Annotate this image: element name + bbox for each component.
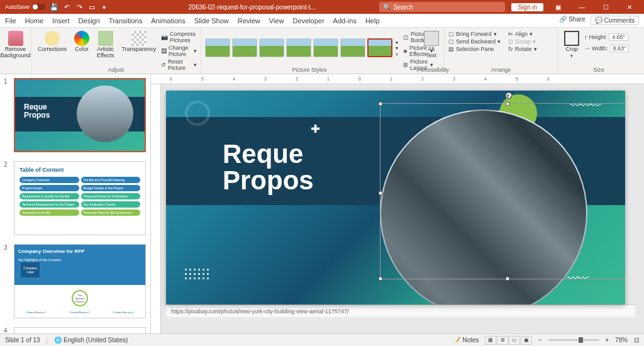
align-button[interactable]: ⊨ Align ▾ <box>508 31 537 37</box>
zoom-level[interactable]: 78% <box>615 337 628 343</box>
maximize-button[interactable]: ☐ <box>596 0 615 14</box>
remove-background-button[interactable]: Remove Background <box>4 30 27 60</box>
redo-icon[interactable]: ↷ <box>75 3 84 11</box>
slide-counter: Slide 1 of 13 <box>5 337 40 343</box>
thumbnail-1[interactable]: 1 RequePropos <box>4 78 147 152</box>
present-icon[interactable]: ▭ <box>87 3 96 11</box>
picture-styles-group-label: Picture Styles <box>201 67 418 73</box>
artistic-effects-button[interactable]: Artistic Effects <box>94 30 116 60</box>
slide-canvas[interactable]: 〰〰〰 〰〰 ✚ RequePropos ↻ <box>166 91 625 304</box>
signin-button[interactable]: Sign in <box>511 3 543 11</box>
zoom-slider[interactable] <box>548 339 599 341</box>
share-button[interactable]: 🔗 Share <box>559 16 585 25</box>
sorter-view-button[interactable]: ⊞ <box>497 336 508 345</box>
search-input[interactable]: 🔍 Search <box>379 2 505 12</box>
normal-view-button[interactable]: ▦ <box>485 336 496 345</box>
send-backward-button[interactable]: ▢ Send Backward ▾ <box>448 38 501 45</box>
undo-icon[interactable]: ↶ <box>62 3 71 11</box>
menu-file[interactable]: File <box>5 17 16 25</box>
accessibility-group-label: Accessibility <box>418 67 444 73</box>
alt-text-button[interactable]: Alt Text <box>422 30 440 60</box>
editor-area: 654 321 012 345 6 〰〰〰 〰〰 ✚ RequePro <box>151 74 644 333</box>
statusbar: Slide 1 of 13 | 🌐 English (United States… <box>0 333 644 346</box>
slide-thumbnails-panel: 1 RequePropos 2 Table of Content Company… <box>0 74 151 333</box>
color-button[interactable]: Color <box>72 30 92 54</box>
fit-to-window-button[interactable]: ⊡ <box>634 337 639 343</box>
titlebar: AutoSave 💾 ↶ ↷ ▭ ▾ 20636-02-request-for-… <box>0 0 644 14</box>
menu-design[interactable]: Design <box>79 17 100 25</box>
reading-view-button[interactable]: ▭ <box>509 336 520 345</box>
language-indicator[interactable]: 🌐 English (United States) <box>54 337 128 343</box>
menu-developer[interactable]: Developer <box>292 17 324 25</box>
rotate-button[interactable]: ↻ Rotate ▾ <box>508 46 537 52</box>
ribbon-mode-icon[interactable]: ▣ <box>548 0 567 14</box>
menu-review[interactable]: Review <box>238 17 260 25</box>
selection-box[interactable]: ↻ <box>380 103 625 279</box>
group-button[interactable]: ⊡ Group ▾ <box>508 38 537 45</box>
menu-home[interactable]: Home <box>25 17 43 25</box>
search-icon: 🔍 <box>383 4 391 11</box>
selection-pane-button[interactable]: ▤ Selection Pane <box>448 46 501 52</box>
adjust-group-label: Adjust <box>31 67 201 73</box>
comments-button[interactable]: 💬 Comments <box>591 16 639 25</box>
save-icon[interactable]: 💾 <box>50 3 58 11</box>
menu-view[interactable]: View <box>269 17 284 25</box>
menu-insert[interactable]: Insert <box>52 17 70 25</box>
compress-pictures-button[interactable]: 📷 Compress Pictures <box>161 31 197 43</box>
rotate-handle-icon[interactable]: ↻ <box>506 92 512 99</box>
change-picture-button[interactable]: 🖼 Change Picture ▾ <box>161 45 197 57</box>
width-input[interactable]: ↔ Width: 8.63" <box>584 45 629 52</box>
ribbon: Remove Background Corrections Color Arti… <box>0 28 644 74</box>
corrections-button[interactable]: Corrections <box>35 30 69 54</box>
menu-transitions[interactable]: Transitions <box>109 17 142 25</box>
autosave-toggle[interactable]: AutoSave <box>5 4 46 10</box>
menu-addins[interactable]: Add-ins <box>333 17 357 25</box>
minimize-button[interactable]: — <box>572 0 591 14</box>
menu-slideshow[interactable]: Slide Show <box>194 17 229 25</box>
vertical-ruler <box>151 84 161 333</box>
transparency-button[interactable]: Transparency <box>119 30 158 54</box>
thumbnail-2[interactable]: 2 Table of Content Company OverviewPre-B… <box>4 161 147 235</box>
slide-title-text: RequePropos <box>223 141 314 194</box>
horizontal-ruler: 654 321 012 345 6 <box>151 74 644 84</box>
slideshow-view-button[interactable]: ▣ <box>521 336 532 345</box>
picture-styles-gallery[interactable]: ▴▾▿ <box>205 30 398 66</box>
arrange-group-label: Arrange <box>445 67 557 73</box>
menubar: File Home Insert Design Transitions Anim… <box>0 14 644 28</box>
bring-forward-button[interactable]: ▢ Bring Forward ▾ <box>448 31 501 37</box>
size-group-label: Size <box>558 67 640 73</box>
crop-button[interactable]: Crop▾ <box>562 30 582 60</box>
thumbnail-3[interactable]: 3 Company Overview for RFP Key Highlight… <box>4 244 147 318</box>
height-input[interactable]: ↕ Height: 4.65" <box>584 33 629 41</box>
menu-animations[interactable]: Animations <box>151 17 185 25</box>
notes-button[interactable]: 📝 Notes <box>453 337 479 343</box>
menu-help[interactable]: Help <box>365 17 380 25</box>
zoom-in-button[interactable]: + <box>605 337 609 343</box>
notes-bar[interactable]: https://pixabay.com/photos/new-york-city… <box>166 304 635 317</box>
close-button[interactable]: ✕ <box>620 0 639 14</box>
document-title: 20636-02-request-for-proposal-powerpoint… <box>106 4 373 11</box>
zoom-out-button[interactable]: − <box>538 337 542 343</box>
thumbnail-4[interactable]: 4 Project Details <box>4 327 147 333</box>
